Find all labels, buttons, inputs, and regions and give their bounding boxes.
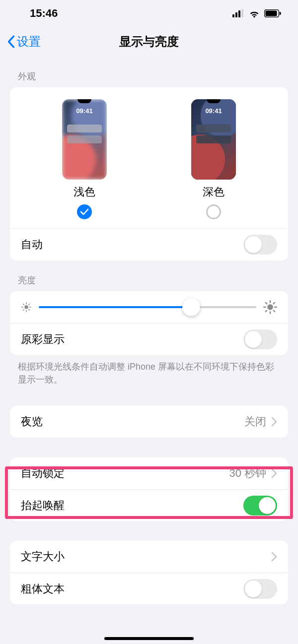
- svg-point-7: [24, 305, 28, 309]
- svg-line-15: [29, 304, 30, 305]
- autolock-row[interactable]: 自动锁定 30 秒钟: [10, 457, 288, 489]
- truetone-switch[interactable]: [243, 329, 277, 349]
- raise-label: 抬起唤醒: [21, 498, 65, 513]
- page-title: 显示与亮度: [0, 34, 298, 50]
- svg-rect-6: [280, 12, 281, 15]
- nav-bar: 设置 显示与亮度: [0, 27, 298, 57]
- nightshift-value: 关闭: [244, 414, 266, 429]
- chevron-right-icon: [271, 552, 277, 562]
- svg-line-21: [266, 303, 267, 304]
- svg-line-23: [266, 311, 267, 312]
- svg-rect-5: [266, 11, 277, 16]
- back-button[interactable]: 设置: [7, 34, 41, 50]
- sun-min-icon: [21, 302, 32, 313]
- svg-line-24: [274, 303, 275, 304]
- chevron-left-icon: [7, 35, 15, 48]
- appearance-option-dark[interactable]: 09:41 深色: [191, 99, 236, 219]
- checkmark-icon: [80, 208, 89, 215]
- truetone-label: 原彩显示: [21, 332, 65, 347]
- raise-row[interactable]: 抬起唤醒: [10, 489, 288, 521]
- auto-appearance-row[interactable]: 自动: [10, 229, 288, 260]
- light-preview: 09:41: [62, 99, 107, 180]
- status-time: 15:46: [30, 7, 58, 20]
- nightshift-label: 夜览: [21, 414, 43, 429]
- bold-switch[interactable]: [243, 579, 277, 599]
- dark-radio[interactable]: [206, 204, 221, 219]
- brightness-slider[interactable]: [39, 306, 256, 308]
- brightness-group: 原彩显示: [10, 291, 288, 355]
- dark-label: 深色: [203, 185, 224, 199]
- bold-label: 粗体文本: [21, 581, 65, 596]
- cellular-icon: [232, 9, 244, 17]
- svg-line-12: [23, 304, 24, 305]
- svg-line-22: [274, 311, 275, 312]
- svg-rect-3: [241, 9, 243, 17]
- svg-point-16: [267, 304, 273, 310]
- svg-rect-1: [235, 12, 237, 17]
- chevron-right-icon: [271, 417, 277, 427]
- svg-rect-2: [238, 10, 240, 17]
- textsize-row[interactable]: 文字大小: [10, 541, 288, 573]
- appearance-option-light[interactable]: 09:41 浅色: [62, 99, 107, 219]
- lock-group: 自动锁定 30 秒钟 抬起唤醒: [10, 457, 288, 521]
- brightness-slider-row: [10, 291, 288, 323]
- light-radio[interactable]: [77, 204, 92, 219]
- nightshift-row[interactable]: 夜览 关闭: [10, 406, 288, 438]
- home-indicator[interactable]: [104, 637, 194, 640]
- truetone-footer: 根据环境光线条件自动调整 iPhone 屏幕以在不同环境下保持色彩显示一致。: [0, 355, 298, 386]
- status-indicators: [232, 9, 281, 18]
- chevron-right-icon: [271, 468, 277, 478]
- bold-row[interactable]: 粗体文本: [10, 573, 288, 604]
- textsize-label: 文字大小: [21, 549, 65, 564]
- svg-line-13: [29, 310, 30, 311]
- sun-max-icon: [263, 300, 277, 314]
- preview-time-dark: 09:41: [205, 107, 222, 115]
- auto-appearance-label: 自动: [21, 237, 43, 252]
- appearance-group: 09:41 浅色 09:41 深色 自动: [10, 87, 288, 260]
- wifi-icon: [248, 9, 260, 18]
- appearance-picker: 09:41 浅色 09:41 深色: [10, 87, 288, 229]
- text-group: 文字大小 粗体文本: [10, 541, 288, 604]
- svg-rect-0: [232, 14, 234, 17]
- truetone-row[interactable]: 原彩显示: [10, 323, 288, 355]
- section-header-brightness: 亮度: [0, 260, 298, 291]
- dark-preview: 09:41: [191, 99, 236, 180]
- battery-icon: [264, 9, 281, 17]
- status-bar: 15:46: [0, 0, 298, 27]
- autolock-label: 自动锁定: [21, 466, 65, 481]
- section-header-appearance: 外观: [0, 57, 298, 87]
- svg-line-14: [23, 310, 24, 311]
- preview-time-light: 09:41: [76, 107, 92, 115]
- autolock-value: 30 秒钟: [229, 466, 266, 481]
- light-label: 浅色: [74, 185, 95, 199]
- auto-appearance-switch[interactable]: [243, 235, 277, 255]
- raise-switch[interactable]: [243, 496, 277, 515]
- back-label: 设置: [17, 34, 41, 50]
- nightshift-group: 夜览 关闭: [10, 406, 288, 438]
